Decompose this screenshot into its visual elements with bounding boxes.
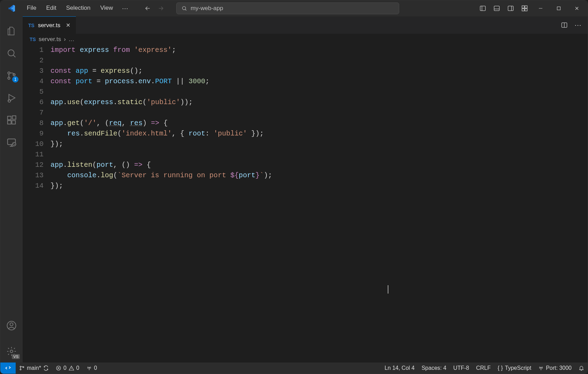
status-bar: main* 0 0 0 Ln 14, Col 4 Spaces: 4 UTF-8… <box>0 363 588 374</box>
menu-edit[interactable]: Edit <box>41 2 61 14</box>
editor-region: TS server.ts ✕ ⋯ TS server.ts › … <box>23 16 588 363</box>
window-maximize-icon[interactable] <box>551 2 567 14</box>
braces-icon: { } <box>497 365 503 371</box>
activity-extensions-icon[interactable] <box>0 109 23 131</box>
split-editor-icon[interactable] <box>558 19 570 31</box>
breadcrumb-suffix: … <box>69 36 75 43</box>
layout-panel-icon[interactable] <box>491 2 503 14</box>
svg-point-0 <box>183 7 186 10</box>
svg-point-15 <box>8 50 14 56</box>
svg-rect-22 <box>12 120 15 124</box>
svg-point-16 <box>8 72 10 74</box>
settings-profile-badge: VS <box>12 354 20 359</box>
window-minimize-icon[interactable] <box>533 2 549 14</box>
svg-rect-5 <box>508 6 513 10</box>
activity-bar: 1 VS <box>0 16 23 363</box>
status-indentation[interactable]: Spaces: 4 <box>418 363 450 374</box>
breadcrumb-file: server.ts <box>39 36 61 43</box>
code-editor[interactable]: 1234567891011121314 import express from … <box>23 45 588 363</box>
activity-accounts-icon[interactable] <box>0 314 23 337</box>
activity-search-icon[interactable] <box>0 42 23 64</box>
text-cursor <box>388 285 388 294</box>
command-center[interactable]: my-web-app <box>176 2 399 14</box>
svg-point-17 <box>8 77 10 79</box>
code-content[interactable]: import express from 'express';const app … <box>51 45 588 363</box>
sync-icon <box>43 365 49 371</box>
window-close-icon[interactable] <box>569 2 585 14</box>
warning-icon <box>69 365 74 371</box>
svg-point-31 <box>20 366 21 367</box>
svg-point-35 <box>88 367 90 368</box>
tab-close-icon[interactable]: ✕ <box>66 22 70 29</box>
svg-rect-3 <box>494 6 500 10</box>
svg-rect-21 <box>8 120 11 124</box>
menu-selection[interactable]: Selection <box>61 2 95 14</box>
command-center-text: my-web-app <box>191 5 223 12</box>
svg-point-32 <box>20 369 21 370</box>
status-notifications-icon[interactable] <box>575 363 588 374</box>
customize-layout-icon[interactable] <box>519 2 531 14</box>
status-ports[interactable]: 0 <box>83 363 101 374</box>
nav-arrows <box>143 3 166 13</box>
layout-sidebar-left-icon[interactable] <box>477 2 489 14</box>
remote-indicator-icon[interactable] <box>0 363 16 374</box>
status-cursor-position[interactable]: Ln 14, Col 4 <box>381 363 418 374</box>
activity-run-debug-icon[interactable] <box>0 87 23 109</box>
menu-bar: File Edit Selection View ⋯ <box>22 2 133 14</box>
menu-view[interactable]: View <box>95 2 118 14</box>
svg-rect-9 <box>522 9 525 11</box>
breadcrumb[interactable]: TS server.ts › … <box>23 34 588 45</box>
radio-tower-icon <box>86 365 92 371</box>
status-problems[interactable]: 0 0 <box>52 363 83 374</box>
vscode-logo-icon <box>7 3 16 13</box>
svg-point-27 <box>10 323 13 326</box>
svg-point-36 <box>541 367 542 368</box>
line-number-gutter: 1234567891011121314 <box>23 45 51 363</box>
menu-file[interactable]: File <box>22 2 41 14</box>
layout-sidebar-right-icon[interactable] <box>505 2 517 14</box>
status-language-mode[interactable]: { } TypeScript <box>494 363 535 374</box>
svg-rect-10 <box>525 9 527 11</box>
activity-source-control-icon[interactable]: 1 <box>0 64 23 87</box>
status-warnings-count: 0 <box>76 365 79 371</box>
breadcrumb-separator: › <box>64 36 66 43</box>
tab-label: server.ts <box>38 22 60 29</box>
activity-remote-explorer-icon[interactable] <box>0 131 23 154</box>
nav-forward-icon[interactable] <box>156 3 166 13</box>
typescript-file-icon: TS <box>28 23 34 28</box>
editor-more-icon[interactable]: ⋯ <box>572 19 584 31</box>
svg-rect-23 <box>13 116 16 119</box>
error-icon <box>56 365 61 371</box>
svg-point-28 <box>10 350 13 353</box>
status-errors-count: 0 <box>63 365 67 371</box>
menu-more-icon[interactable]: ⋯ <box>118 2 133 14</box>
status-forwarded-port[interactable]: Port: 3000 <box>535 363 575 374</box>
svg-rect-1 <box>480 6 486 10</box>
typescript-file-icon: TS <box>30 37 36 42</box>
activity-explorer-icon[interactable] <box>0 20 23 42</box>
status-branch[interactable]: main* <box>16 363 52 374</box>
status-eol[interactable]: CRLF <box>473 363 494 374</box>
status-ports-count: 0 <box>94 365 97 371</box>
activity-settings-icon[interactable]: VS <box>0 340 23 363</box>
svg-rect-8 <box>525 6 527 8</box>
svg-rect-20 <box>8 116 11 120</box>
title-bar: File Edit Selection View ⋯ my-web-app <box>0 0 588 16</box>
vscode-window: File Edit Selection View ⋯ my-web-app <box>0 0 588 374</box>
search-icon <box>181 6 187 11</box>
tab-server-ts[interactable]: TS server.ts ✕ <box>23 16 76 34</box>
svg-point-25 <box>13 142 16 146</box>
svg-rect-7 <box>522 6 525 8</box>
status-branch-label: main* <box>27 365 41 371</box>
status-encoding[interactable]: UTF-8 <box>450 363 472 374</box>
scm-badge: 1 <box>12 76 18 83</box>
tab-bar: TS server.ts ✕ ⋯ <box>23 16 588 34</box>
nav-back-icon[interactable] <box>143 3 153 13</box>
radio-tower-icon <box>538 365 544 371</box>
svg-rect-12 <box>557 7 560 10</box>
